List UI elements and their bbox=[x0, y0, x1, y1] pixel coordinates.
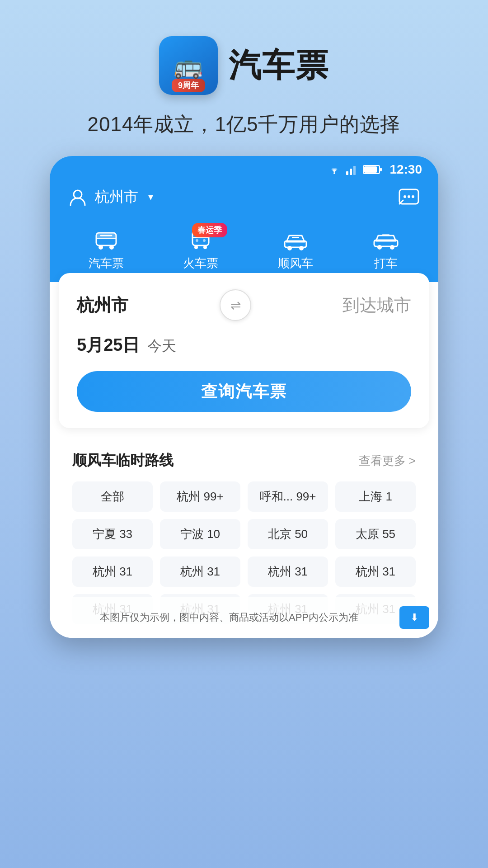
svg-point-26 bbox=[390, 245, 394, 250]
bus-nav-icon bbox=[94, 229, 118, 251]
svg-rect-27 bbox=[382, 234, 389, 236]
rideshare-tag[interactable]: 杭州 31 bbox=[72, 557, 153, 587]
taxi-nav-icon bbox=[372, 229, 399, 251]
search-button[interactable]: 查询汽车票 bbox=[77, 371, 411, 412]
svg-point-23 bbox=[299, 246, 304, 250]
rideshare-tag[interactable]: 北京 50 bbox=[248, 519, 328, 549]
tab-taxi[interactable]: 打车 bbox=[372, 229, 399, 271]
battery-icon bbox=[363, 165, 382, 175]
message-icon[interactable] bbox=[398, 186, 420, 208]
today-label: 今天 bbox=[147, 338, 176, 354]
travel-date[interactable]: 5月25日 bbox=[77, 335, 140, 354]
rideshare-tag[interactable]: 杭州 31 bbox=[335, 557, 416, 587]
rideshare-tag[interactable]: 全部 bbox=[72, 481, 153, 512]
svg-point-19 bbox=[196, 239, 198, 242]
swap-button[interactable]: ⇌ bbox=[220, 289, 251, 321]
from-city[interactable]: 杭州市 bbox=[77, 294, 128, 317]
bottom-notice: 本图片仅为示例，图中内容、商品或活动以APP内公示为准 ⬇ bbox=[50, 597, 438, 638]
car-nav-icon bbox=[282, 229, 309, 251]
user-icon[interactable] bbox=[68, 187, 88, 207]
view-more-link[interactable]: 查看更多 > bbox=[359, 453, 416, 469]
svg-point-9 bbox=[404, 195, 406, 198]
svg-point-7 bbox=[74, 190, 82, 198]
anniversary-badge: 9周年 bbox=[172, 79, 205, 92]
rideshare-tag[interactable]: 宁夏 33 bbox=[72, 519, 153, 549]
app-title: 汽车票 bbox=[229, 44, 329, 87]
status-icons bbox=[327, 164, 382, 175]
status-bar: 12:30 bbox=[50, 156, 438, 177]
swap-icon: ⇌ bbox=[230, 298, 241, 313]
tab-rideshare[interactable]: 顺风车 bbox=[278, 229, 313, 271]
svg-rect-6 bbox=[380, 168, 382, 171]
location-text[interactable]: 杭州市 bbox=[95, 187, 138, 207]
svg-point-0 bbox=[333, 172, 335, 174]
rideshare-tag[interactable]: 宁波 10 bbox=[160, 519, 240, 549]
app-download-button[interactable]: ⬇ bbox=[399, 606, 429, 629]
rideshare-tag[interactable]: 太原 55 bbox=[335, 519, 416, 549]
svg-rect-1 bbox=[346, 171, 348, 175]
rideshare-tag[interactable]: 杭州 99+ bbox=[160, 481, 240, 512]
svg-point-20 bbox=[203, 239, 206, 242]
tab-bus-ticket[interactable]: 汽车票 bbox=[89, 229, 124, 271]
notice-text: 本图片仅为示例，图中内容、商品或活动以APP内公示为准 bbox=[59, 611, 399, 624]
spring-festival-badge: 春运季 bbox=[192, 223, 227, 237]
svg-point-17 bbox=[194, 245, 198, 249]
tab-bus-label: 汽车票 bbox=[89, 255, 124, 271]
svg-rect-2 bbox=[350, 169, 352, 175]
page-header: 🚌 9周年 汽车票 2014年成立，1亿5千万用户的选择 bbox=[88, 0, 401, 138]
svg-point-11 bbox=[412, 195, 414, 198]
svg-point-14 bbox=[109, 245, 114, 250]
svg-rect-3 bbox=[353, 166, 356, 175]
phone-mockup: 12:30 杭州市 ▾ bbox=[50, 156, 438, 638]
bus-icon: 🚌 bbox=[174, 54, 203, 77]
chevron-down-icon[interactable]: ▾ bbox=[148, 191, 153, 203]
app-title-row: 🚌 9周年 汽车票 bbox=[159, 36, 329, 95]
route-row: 杭州市 ⇌ 到达城市 bbox=[77, 289, 411, 321]
date-row: 5月25日 今天 bbox=[77, 334, 411, 357]
app-subtitle: 2014年成立，1亿5千万用户的选择 bbox=[88, 111, 401, 138]
svg-rect-5 bbox=[364, 166, 377, 173]
to-city[interactable]: 到达城市 bbox=[343, 294, 411, 317]
tab-train-label: 火车票 bbox=[183, 255, 218, 271]
tab-rideshare-label: 顺风车 bbox=[278, 255, 313, 271]
svg-point-18 bbox=[203, 245, 207, 249]
signal-icon bbox=[346, 164, 359, 175]
svg-point-10 bbox=[408, 195, 410, 198]
rideshare-header: 顺风车临时路线 查看更多 > bbox=[72, 451, 416, 471]
rideshare-title: 顺风车临时路线 bbox=[72, 451, 174, 471]
wifi-icon bbox=[327, 164, 342, 175]
header-left: 杭州市 ▾ bbox=[68, 187, 153, 207]
svg-point-22 bbox=[287, 246, 292, 250]
tab-taxi-label: 打车 bbox=[374, 255, 398, 271]
rideshare-tag[interactable]: 杭州 31 bbox=[248, 557, 328, 587]
svg-point-13 bbox=[99, 245, 103, 250]
rideshare-tag[interactable]: 呼和... 99+ bbox=[248, 481, 328, 512]
rideshare-tag[interactable]: 杭州 31 bbox=[160, 557, 240, 587]
rideshare-tag[interactable]: 上海 1 bbox=[335, 481, 416, 512]
app-navigation-bar: 杭州市 ▾ bbox=[50, 177, 438, 222]
svg-point-25 bbox=[377, 245, 382, 250]
app-icon: 🚌 9周年 bbox=[159, 36, 218, 95]
tab-train-ticket[interactable]: 春运季 火车票 bbox=[183, 229, 218, 271]
status-time: 12:30 bbox=[389, 162, 422, 177]
search-card: 杭州市 ⇌ 到达城市 5月25日 今天 查询汽车票 bbox=[59, 273, 429, 428]
